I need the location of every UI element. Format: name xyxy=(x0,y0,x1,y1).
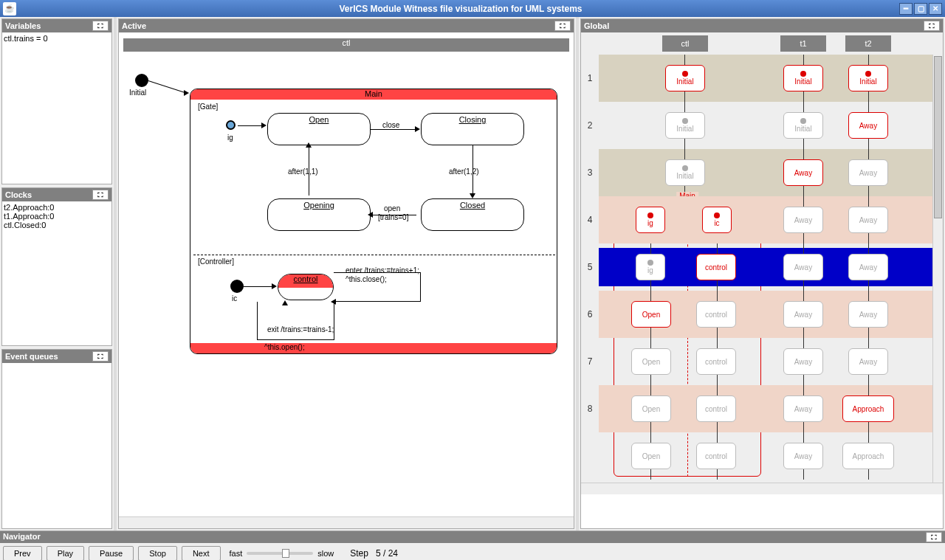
thisclose-label: ^this.close(); xyxy=(346,275,387,283)
initial-pseudo xyxy=(135,74,148,87)
row-2: Initial Initial Away xyxy=(599,102,932,149)
main-state: Main [Gate] ig Open Closing Closed Openi… xyxy=(190,89,557,354)
eventqueue-panel: Event queues ⛶ xyxy=(1,349,112,529)
row-num: 5 xyxy=(581,243,599,291)
arrowhead-icon xyxy=(415,126,420,132)
arrowhead-icon xyxy=(306,142,312,148)
arrow xyxy=(334,302,334,340)
arrowhead-icon xyxy=(368,212,373,218)
ctl-header: ctl xyxy=(123,38,569,52)
self-loop-2 xyxy=(257,302,334,340)
expand-icon[interactable]: ⛶ xyxy=(92,351,109,362)
row-5: ig control Away Away xyxy=(599,243,932,291)
after11: after(1,1) xyxy=(288,167,318,176)
active-title: Active xyxy=(122,21,146,30)
open-state: Open xyxy=(267,113,371,145)
play-button[interactable]: Play xyxy=(47,546,84,560)
arrow xyxy=(371,129,416,130)
open-guard1: open xyxy=(384,204,400,212)
arrowhead-icon xyxy=(261,122,267,128)
arrowhead-icon xyxy=(282,300,288,305)
prev-button[interactable]: Prev xyxy=(3,546,42,560)
global-canvas[interactable]: ctl t1 t2 1 2 3 4 5 6 7 8 Initial I xyxy=(581,32,943,483)
arrowhead-icon xyxy=(272,283,277,289)
fast-label: fast xyxy=(230,549,243,558)
row-6: Open control Away Away xyxy=(599,291,932,338)
clocks-panel: Clocks ⛶ t2.Approach:0 t1.Approach:0 ctl… xyxy=(1,187,112,346)
col-t1: t1 xyxy=(780,35,826,52)
open-guard2: [trains=0] xyxy=(378,213,408,221)
clocks-title: Clocks xyxy=(5,190,32,199)
arrow xyxy=(244,286,273,287)
after12: after(1,2) xyxy=(449,167,479,176)
next-button[interactable]: Next xyxy=(182,546,221,560)
initial-label: Initial xyxy=(129,89,146,97)
global-title: Global xyxy=(584,21,609,30)
exit-label: exit /trains:=trains-1; xyxy=(267,325,334,333)
h-scrollbar[interactable] xyxy=(119,516,574,528)
row-3: Initial Away Away xyxy=(599,149,932,196)
ic-pseudo xyxy=(230,280,244,293)
maximize-button[interactable]: ▢ xyxy=(914,3,927,15)
expand-icon[interactable]: ⛶ xyxy=(924,21,940,31)
active-canvas[interactable]: ctl Initial Main [Gate] ig Open Clos xyxy=(119,32,574,516)
arrowhead-icon xyxy=(184,90,189,96)
row-9: Open control Away Approach xyxy=(599,432,932,480)
variables-title: Variables xyxy=(5,21,41,30)
row-num: 8 xyxy=(581,385,599,432)
speed-slider[interactable] xyxy=(247,552,313,555)
expand-icon[interactable]: ⛶ xyxy=(92,21,109,31)
stop-button[interactable]: Stop xyxy=(138,546,177,560)
main-label: Main xyxy=(190,89,557,100)
variables-panel: Variables ⛶ ctl.trains = 0 xyxy=(1,18,112,184)
slow-label: slow xyxy=(317,549,334,558)
close-label: close xyxy=(382,121,399,129)
col-ctl: ctl xyxy=(662,35,708,52)
expand-icon[interactable]: ⛶ xyxy=(92,190,109,200)
expand-icon[interactable]: ⛶ xyxy=(926,532,942,542)
row-num: 6 xyxy=(581,291,599,338)
row-1: Initial Initial Initial xyxy=(599,55,932,102)
enter-label: enter /trains:=trains+1; xyxy=(346,266,419,274)
closing-state: Closing xyxy=(421,113,524,145)
arrowhead-icon xyxy=(470,193,475,198)
row-num: 3 xyxy=(581,149,599,196)
row-num: 7 xyxy=(581,338,599,385)
clock-item: t2.Approach:0 xyxy=(4,203,110,212)
ig-label: ig xyxy=(227,134,233,142)
navigator-title: Navigator xyxy=(3,532,41,542)
control-state: control xyxy=(278,274,334,300)
pause-button[interactable]: Pause xyxy=(89,546,134,560)
row-4: ig ic Away Away xyxy=(599,196,932,243)
variable-item: ctl.trains = 0 xyxy=(4,34,110,43)
row-num: 1 xyxy=(581,55,599,102)
col-t2: t2 xyxy=(845,35,891,52)
v-scrollbar[interactable] xyxy=(932,55,943,483)
step-total: 24 xyxy=(388,548,398,559)
minimize-button[interactable]: ━ xyxy=(899,3,913,15)
row-num: 4 xyxy=(581,196,599,243)
step-label: Step xyxy=(350,548,368,559)
java-icon: ☕ xyxy=(3,2,16,15)
row-7: Open control Away Away xyxy=(599,338,932,385)
arrow xyxy=(148,80,185,93)
ig-pseudo xyxy=(226,120,236,130)
thisopen-label: ^this.open(); xyxy=(190,343,557,353)
clock-item: ctl.Closed:0 xyxy=(4,221,110,229)
row-num: 2 xyxy=(581,102,599,149)
arrow xyxy=(238,125,263,126)
title-bar: ☕ VerICS Module Witness file visualizati… xyxy=(0,0,945,17)
close-button[interactable]: ✕ xyxy=(929,3,942,15)
closed-state: Closed xyxy=(421,198,524,231)
eventq-title: Event queues xyxy=(5,352,58,361)
clock-item: t1.Approach:0 xyxy=(4,212,110,221)
expand-icon[interactable]: ⛶ xyxy=(554,21,571,31)
opening-state: Opening xyxy=(267,198,371,231)
window-title: VerICS Module Witness file visualization… xyxy=(22,4,899,14)
gate-region: [Gate] xyxy=(198,103,218,111)
step-current: 5 xyxy=(376,548,381,559)
ic-label: ic xyxy=(232,294,237,303)
region-divider xyxy=(193,255,555,255)
controller-region: [Controller] xyxy=(198,257,234,266)
h-scrollbar[interactable] xyxy=(581,483,943,494)
